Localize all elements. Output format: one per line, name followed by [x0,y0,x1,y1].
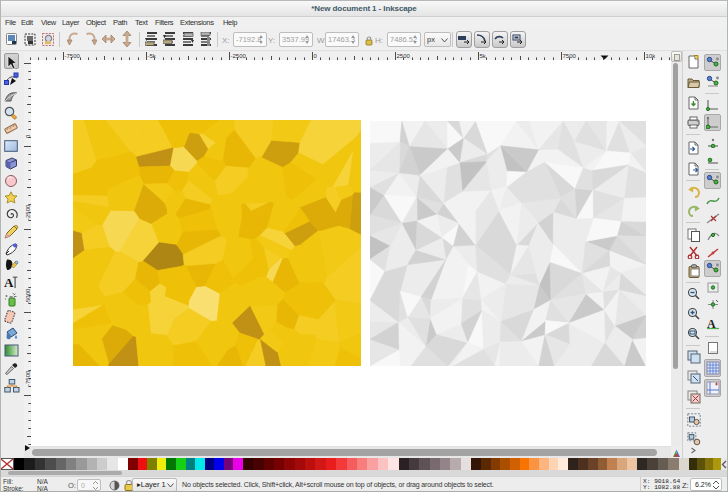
svg-text:0: 0 [314,53,318,59]
svg-text:7500: 7500 [563,53,577,59]
svg-text:-2500: -2500 [231,53,247,59]
svg-text:A: A [4,276,14,289]
svg-text:-5000: -5000 [25,288,31,304]
svg-text:-2500: -2500 [25,204,31,220]
svg-text:0: 0 [25,134,31,138]
svg-text:5k: 5k [480,53,487,59]
svg-text:-7500: -7500 [25,370,31,386]
svg-text:-7500: -7500 [65,53,81,59]
svg-text:-5k: -5k [148,53,157,59]
svg-text:2500: 2500 [397,53,411,59]
svg-text:10k: 10k [646,53,657,59]
